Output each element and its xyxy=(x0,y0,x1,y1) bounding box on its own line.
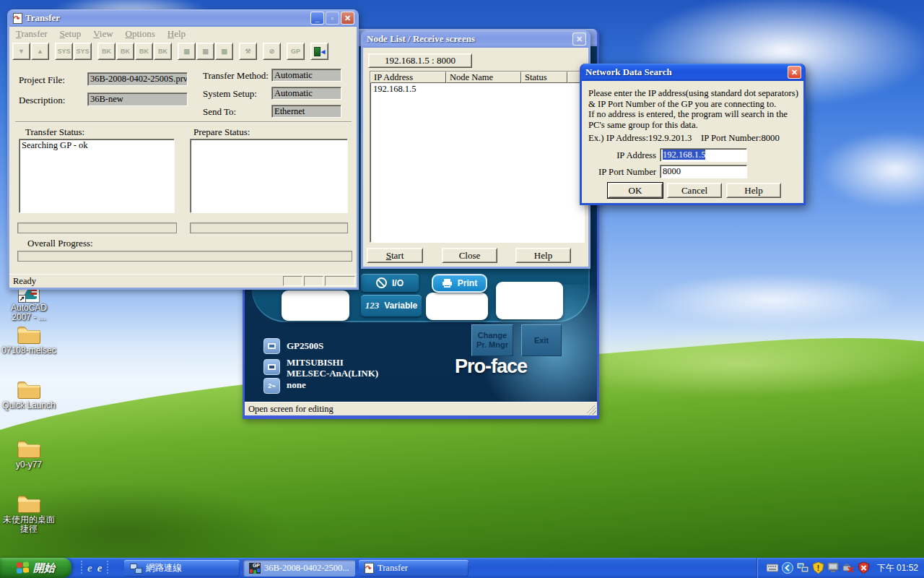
transfer-menubar: Transfer Setup View Options Help xyxy=(9,27,357,40)
display-unit-icon xyxy=(263,338,280,354)
toolbar-backup-1-button[interactable]: BK xyxy=(97,43,116,60)
desktop-icon-unused-shortcuts[interactable]: 未使用的桌面捷徑 xyxy=(1,493,57,534)
toolbar-backup-4-button[interactable]: BK xyxy=(154,43,172,60)
maximize-button[interactable]: ▫ xyxy=(326,12,339,25)
transfer-titlebar[interactable]: ↷ Transfer _ ▫ ✕ xyxy=(9,9,357,27)
variable-button[interactable]: 123 Variable xyxy=(361,295,422,316)
start-button[interactable]: Start xyxy=(367,248,423,263)
security-alert-shield-icon[interactable]: ! xyxy=(812,562,824,574)
toolbar-setup-button[interactable]: ⚒ xyxy=(239,43,257,60)
desktop-icon-07108-melsec[interactable]: 07108-melsec xyxy=(1,324,57,355)
send-to-label: Send To: xyxy=(203,106,236,118)
statusbar-panel xyxy=(325,276,355,286)
separator xyxy=(15,121,352,123)
desktop-icon-label: AutoCAD 2007 - ... xyxy=(1,303,57,322)
column-node-name[interactable]: Node Name xyxy=(446,72,521,83)
transfer-toolbar: ▼ ▲ SYS SYS BK BK BK BK ▤ ▤ ▤ ⚒ ⊘ GP ◂ xyxy=(12,40,329,62)
column-ip-address[interactable]: IP Address xyxy=(370,72,446,83)
cancel-button[interactable]: Cancel xyxy=(667,183,722,198)
proface-screen-card[interactable] xyxy=(426,293,488,320)
node-list-header: IP Address Node Name Status xyxy=(370,72,584,83)
resize-grip[interactable] xyxy=(587,405,596,415)
ip-port-input[interactable]: 8000 xyxy=(660,165,747,178)
menu-options[interactable]: Options xyxy=(126,28,155,40)
help-list-button[interactable]: Help xyxy=(515,248,571,263)
toolbar-exit-button[interactable]: ◂ xyxy=(310,43,328,60)
task-network-connections[interactable]: 網路連線 xyxy=(124,560,240,577)
ok-button[interactable]: OK xyxy=(608,183,663,198)
system-setup-label: System Setup: xyxy=(203,88,257,100)
network-data-search-dialog[interactable]: Network Data Search ✕ Please enter the I… xyxy=(580,64,806,205)
system-tray: ! 下午 01:52 xyxy=(757,558,924,578)
menu-setup[interactable]: Setup xyxy=(60,28,82,40)
help-dialog-button[interactable]: Help xyxy=(726,183,781,198)
variable-button-label: Variable xyxy=(384,301,417,311)
node-list-view[interactable]: IP Address Node Name Status 192.168.1.5 xyxy=(370,71,585,243)
proface-logo: Pro-face xyxy=(455,355,527,378)
exit-arrow-icon: ◂ xyxy=(321,47,326,56)
task-label: Transfer xyxy=(378,563,408,574)
ip-address-input[interactable]: 192.168.1.5 xyxy=(660,148,747,162)
desktop-icon-label: Quick Launch xyxy=(1,401,57,410)
print-button[interactable]: Print xyxy=(432,274,487,293)
folder-icon xyxy=(1,379,57,400)
folder-icon xyxy=(1,493,57,514)
task-transfer[interactable]: ↷ Transfer xyxy=(359,560,468,577)
address-segment-button[interactable]: 192.168.1.5 : 8000 xyxy=(368,53,472,68)
menu-view[interactable]: View xyxy=(93,28,113,40)
ie-shell-quick-launch-icon[interactable]: e xyxy=(97,562,103,574)
proface-screen-card[interactable] xyxy=(496,282,563,319)
toolbar-backup-3-button[interactable]: BK xyxy=(135,43,153,60)
toolbar-sys-receive-button[interactable]: SYS xyxy=(74,43,92,60)
close-button[interactable]: ✕ xyxy=(788,66,801,79)
close-list-button[interactable]: Close xyxy=(442,248,497,263)
toolbar-sys-send-button[interactable]: SYS xyxy=(55,43,73,60)
proface-screen-card[interactable] xyxy=(282,290,349,321)
node-row-ip[interactable]: 192.168.1.5 xyxy=(370,83,584,95)
toolbar-card-2-button[interactable]: ▤ xyxy=(196,43,214,60)
task-label: 36B-2008-0402-2500... xyxy=(264,563,349,574)
node-list-title: Node List / Receive screens xyxy=(367,33,571,45)
toolbar-receive-button[interactable]: ▲ xyxy=(31,43,49,60)
toolbar-card-1-button[interactable]: ▤ xyxy=(178,43,196,60)
taskbar-clock[interactable]: 下午 01:52 xyxy=(877,562,918,574)
menu-help[interactable]: Help xyxy=(167,28,186,40)
node-list-titlebar[interactable]: Node List / Receive screens ✕ xyxy=(363,30,588,48)
toolbar-gp-info-button[interactable]: GP xyxy=(287,43,305,60)
task-gp-project[interactable]: GP 36B-2008-0402-2500... xyxy=(243,560,355,577)
desktop-icon-quick-launch[interactable]: Quick Launch xyxy=(1,379,57,410)
close-button[interactable]: ✕ xyxy=(341,12,354,25)
system-setup-field: Automatic xyxy=(271,87,341,100)
close-button[interactable]: ✕ xyxy=(572,33,586,46)
transfer-window[interactable]: ↷ Transfer _ ▫ ✕ Transfer Setup View Opt… xyxy=(7,9,359,290)
menu-transfer[interactable]: Transfer xyxy=(16,28,48,40)
plc-model: MELSEC-AnA(LINK) xyxy=(287,368,378,379)
start-button[interactable]: 開始 xyxy=(0,558,71,578)
toolbar-card-3-button[interactable]: ▤ xyxy=(215,43,233,60)
proface-status-text: Open screen for editing xyxy=(248,404,334,415)
prepare-progress-bar xyxy=(190,223,348,233)
exit-button[interactable]: Exit xyxy=(521,324,562,356)
node-list-window[interactable]: Node List / Receive screens ✕ 192.168.1.… xyxy=(361,30,590,269)
wireless-disconnected-icon[interactable] xyxy=(842,562,855,574)
security-center-shield-icon[interactable] xyxy=(858,562,870,574)
dialog-titlebar[interactable]: Network Data Search ✕ xyxy=(582,64,803,81)
io-button[interactable]: I/O xyxy=(361,274,419,292)
toolbar-send-button[interactable]: ▼ xyxy=(12,43,30,60)
display-settings-icon[interactable] xyxy=(827,562,840,574)
io-button-label: I/O xyxy=(392,278,404,288)
desktop-icon-y0-y77[interactable]: y0-y77 xyxy=(1,439,57,470)
column-status[interactable]: Status xyxy=(521,72,567,83)
desktop: { "desktop_icons": [ { "label": "AutoCAD… xyxy=(0,0,924,578)
transfer-status-label: Transfer Status: xyxy=(25,126,84,138)
ie-quick-launch-icon[interactable]: e xyxy=(87,562,92,574)
minimize-button[interactable]: _ xyxy=(310,12,324,25)
keyboard-layout-icon[interactable] xyxy=(767,562,779,574)
hide-icons-chevron[interactable] xyxy=(782,562,794,574)
toolbar-backup-2-button[interactable]: BK xyxy=(116,43,134,60)
toolbar-stop-button[interactable]: ⊘ xyxy=(263,43,281,60)
network-status-icon[interactable] xyxy=(797,562,809,574)
exit-label: Exit xyxy=(534,336,549,345)
change-pr-mngr-button[interactable]: Change Pr. Mngr xyxy=(471,324,513,356)
dialog-instructions-1: Please enter the IP address(using standa… xyxy=(588,88,802,109)
